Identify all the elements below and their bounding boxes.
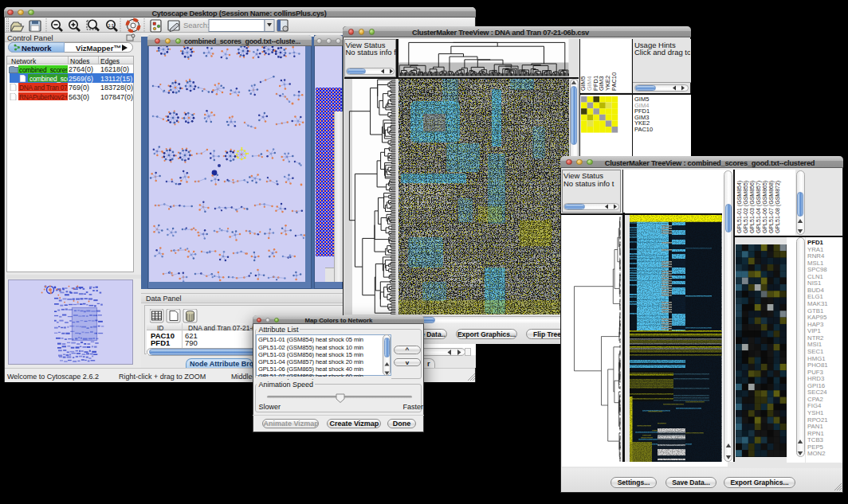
svg-text:GPL51-06 (GSM865): GPL51-06 (GSM865) <box>762 181 768 233</box>
svg-text:PAC10: PAC10 <box>610 72 618 91</box>
svg-text:1:1: 1:1 <box>108 23 114 28</box>
svg-text:Search:: Search: <box>183 21 210 29</box>
svg-text:GPL51-08 (GSM872): GPL51-08 (GSM872) <box>775 181 781 233</box>
svg-text:GPL51-03 (GSM856): GPL51-03 (GSM856) <box>749 181 756 233</box>
svg-text:GPL51-07 (GSM868): GPL51-07 (GSM868) <box>768 181 775 233</box>
svg-text:GPL51-02 (GSM855): GPL51-02 (GSM855) <box>743 181 749 233</box>
svg-text:GPL51-04 (GSM857): GPL51-04 (GSM857) <box>756 181 762 233</box>
svg-text:GPL51-01 (GSM854): GPL51-01 (GSM854) <box>736 181 743 233</box>
